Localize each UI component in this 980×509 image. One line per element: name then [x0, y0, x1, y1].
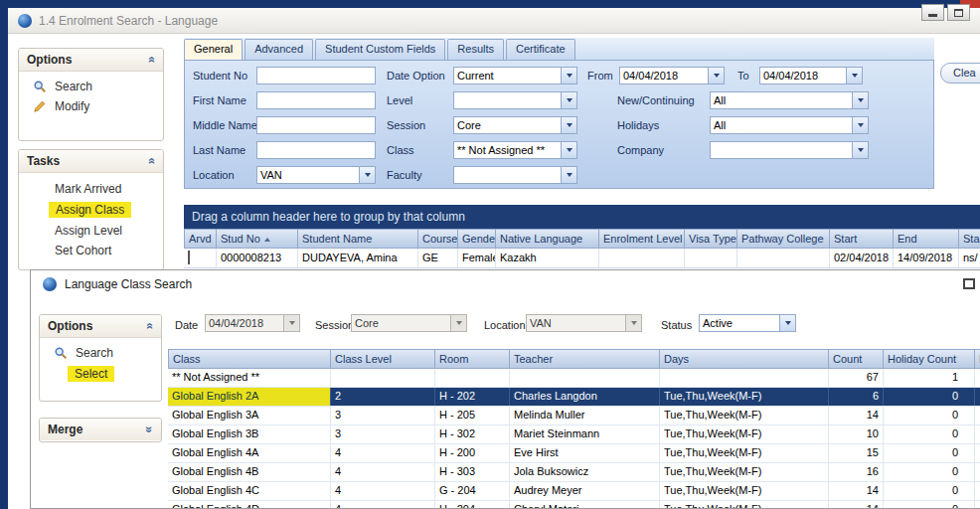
column-header-arvd[interactable]: Arvd	[184, 229, 217, 249]
cell[interactable]: 0	[884, 482, 975, 500]
cell-stud-no[interactable]: 0000008213	[217, 249, 298, 267]
cell[interactable]: 0	[884, 501, 975, 508]
dropdown-arrow-icon[interactable]	[561, 142, 576, 158]
task-assign-level[interactable]: Assign Level	[19, 221, 163, 241]
cell[interactable]: 14	[829, 501, 884, 508]
cell[interactable]: ** Not Assigned **	[168, 369, 331, 387]
cell[interactable]: Jola Buksowicz	[510, 463, 660, 481]
cell[interactable]: 0	[884, 425, 975, 443]
dialog-merge-header[interactable]: Merge »	[40, 419, 161, 440]
cell[interactable]: Global English 3A	[168, 407, 331, 424]
cell[interactable]: 0	[884, 444, 975, 462]
class-row[interactable]: Global English 4B 4 H - 303 Jola Buksowi…	[168, 463, 980, 482]
cell[interactable]: Tue,Thu,Week(M-F)	[660, 425, 829, 443]
cell[interactable]	[435, 369, 510, 387]
column-header-room[interactable]: Room	[435, 349, 510, 369]
cell-pathway-college[interactable]	[737, 249, 830, 267]
middle-name-input[interactable]	[256, 116, 376, 134]
class-row[interactable]: Global English 3B 3 H - 302 Mariet Stein…	[168, 425, 980, 444]
cell[interactable]	[660, 369, 829, 387]
cell[interactable]: Global English 4D	[168, 501, 331, 508]
cell[interactable]: H - 202	[435, 388, 510, 406]
minimize-button[interactable]	[921, 4, 944, 21]
column-header-course[interactable]: Course	[418, 229, 458, 249]
cell[interactable]: 3	[331, 407, 435, 424]
cell[interactable]: Tue,Thu,Week(M-F)	[660, 444, 829, 462]
tab-general[interactable]: General	[184, 39, 243, 60]
cell-start[interactable]: 02/04/2018	[830, 249, 894, 267]
cell[interactable]: Tue,Thu,Week(M-F)	[660, 463, 829, 481]
cell[interactable]: 4	[331, 501, 435, 508]
cell[interactable]: 6	[829, 388, 884, 406]
cell[interactable]: 67	[829, 369, 884, 387]
holidays-select[interactable]: All	[710, 116, 869, 134]
column-header-student-name[interactable]: Student Name	[298, 229, 418, 249]
cell[interactable]	[975, 407, 980, 424]
dropdown-arrow-icon[interactable]	[846, 68, 862, 84]
cell[interactable]: 1	[884, 369, 975, 387]
dropdown-arrow-icon[interactable]	[561, 117, 576, 133]
new-continuing-select[interactable]: All	[710, 91, 869, 109]
column-header-start[interactable]: Start	[830, 229, 894, 249]
dropdown-arrow-icon[interactable]	[852, 117, 868, 133]
tab-results[interactable]: Results	[447, 39, 504, 60]
column-header-gender[interactable]: Gender	[458, 229, 496, 249]
column-header-days[interactable]: Days	[660, 349, 829, 369]
cell-end[interactable]: 14/09/2018	[894, 249, 959, 267]
column-header-stud-no[interactable]: Stud No	[217, 229, 298, 249]
main-window-titlebar[interactable]: 1.4 Enrolment Search - Language	[8, 8, 980, 34]
class-row[interactable]: Global English 4A 4 H - 200 Eve Hirst Tu…	[168, 444, 980, 463]
dialog-titlebar[interactable]: Language Class Search	[31, 270, 980, 298]
cell[interactable]: 4	[331, 482, 435, 500]
cell[interactable]: 15	[829, 444, 884, 462]
cell-visa-type[interactable]	[685, 249, 737, 267]
options-panel-header[interactable]: Options »	[19, 49, 163, 72]
column-header-holiday-count[interactable]: Holiday Count	[884, 349, 975, 369]
group-by-bar[interactable]: Drag a column header here to group by th…	[184, 205, 980, 229]
cell[interactable]	[975, 425, 980, 443]
date-option-select[interactable]: Current	[453, 67, 577, 85]
cell-status[interactable]: ns/	[959, 249, 980, 267]
cell[interactable]	[975, 482, 980, 500]
cell[interactable]: Melinda Muller	[510, 407, 660, 424]
class-row[interactable]: Global English 4D 4 H - 204 Cheryl Mater…	[168, 501, 980, 508]
task-set-cohort[interactable]: Set Cohort	[19, 241, 163, 260]
tasks-panel-header[interactable]: Tasks »	[19, 150, 163, 173]
dropdown-arrow-icon[interactable]	[708, 68, 724, 84]
location-select[interactable]: VAN	[256, 166, 376, 184]
cell-enrolment-level[interactable]	[599, 249, 685, 267]
cell[interactable]: 16	[829, 463, 884, 481]
expand-chevron-icon[interactable]: »	[143, 426, 157, 433]
cell[interactable]	[975, 388, 980, 406]
dropdown-arrow-icon[interactable]	[779, 315, 795, 331]
cell[interactable]: 2	[331, 388, 435, 406]
cell[interactable]: Global English 4B	[168, 463, 331, 481]
cell[interactable]: 0	[884, 388, 975, 406]
cell[interactable]: Tue,Thu,Week(M-F)	[660, 482, 829, 500]
faculty-select[interactable]	[453, 166, 577, 184]
cell[interactable]: 0	[884, 407, 975, 424]
last-name-input[interactable]	[256, 141, 376, 159]
cell[interactable]	[331, 369, 435, 387]
cell[interactable]: Charles Langdon	[510, 388, 660, 406]
session-select[interactable]: Core	[453, 116, 577, 134]
cell[interactable]: Tue,Thu,Week(M-F)	[660, 501, 829, 508]
dropdown-arrow-icon[interactable]	[561, 167, 576, 183]
dialog-maximize-button[interactable]	[963, 278, 975, 289]
dropdown-arrow-icon[interactable]	[852, 92, 868, 108]
column-header-teacher[interactable]: Teacher	[510, 349, 660, 369]
column-header-pathway-college[interactable]: Pathway College	[737, 229, 830, 249]
column-header-native-language[interactable]: Native Language	[496, 229, 599, 249]
cell-course[interactable]: GE	[418, 249, 458, 267]
collapse-chevron-icon[interactable]: »	[143, 323, 157, 330]
cell[interactable]	[975, 463, 980, 481]
maximize-button[interactable]	[947, 4, 970, 21]
cell[interactable]: 14	[829, 407, 884, 424]
task-mark-arrived[interactable]: Mark Arrived	[19, 179, 163, 199]
class-row-not-assigned[interactable]: ** Not Assigned ** 67 1	[168, 369, 980, 388]
cell[interactable]: G - 204	[435, 482, 510, 500]
class-row[interactable]: Global English 3A 3 H - 205 Melinda Mull…	[168, 407, 980, 425]
dialog-item-search[interactable]: Search	[40, 343, 161, 363]
cell[interactable]: H - 303	[435, 463, 510, 481]
dropdown-arrow-icon[interactable]	[561, 68, 576, 84]
